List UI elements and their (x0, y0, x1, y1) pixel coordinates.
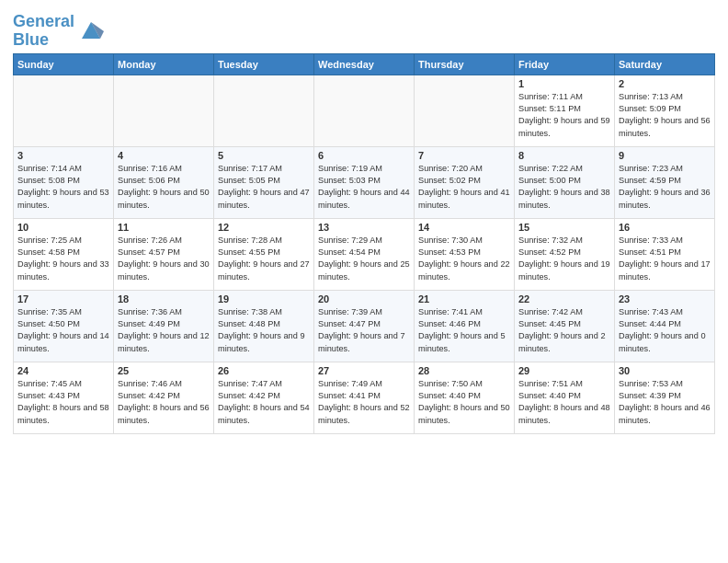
day-info: Sunrise: 7:47 AMSunset: 4:42 PMDaylight:… (218, 378, 310, 427)
day-info: Sunrise: 7:43 AMSunset: 4:44 PMDaylight:… (619, 306, 711, 355)
day-cell: 21Sunrise: 7:41 AMSunset: 4:46 PMDayligh… (415, 290, 515, 362)
day-cell: 9Sunrise: 7:23 AMSunset: 4:59 PMDaylight… (615, 146, 715, 218)
day-cell: 20Sunrise: 7:39 AMSunset: 4:47 PMDayligh… (314, 290, 415, 362)
day-cell: 4Sunrise: 7:16 AMSunset: 5:06 PMDaylight… (114, 146, 214, 218)
day-cell: 23Sunrise: 7:43 AMSunset: 4:44 PMDayligh… (615, 290, 715, 362)
day-cell: 10Sunrise: 7:25 AMSunset: 4:58 PMDayligh… (14, 218, 114, 290)
day-cell: 16Sunrise: 7:33 AMSunset: 4:51 PMDayligh… (615, 218, 715, 290)
day-number: 25 (118, 365, 210, 376)
logo-blue: Blue (13, 31, 74, 50)
day-info: Sunrise: 7:22 AMSunset: 5:00 PMDaylight:… (518, 163, 610, 212)
day-cell: 25Sunrise: 7:46 AMSunset: 4:42 PMDayligh… (114, 362, 214, 433)
header-tuesday: Tuesday (214, 53, 314, 75)
day-info: Sunrise: 7:14 AMSunset: 5:08 PMDaylight:… (17, 163, 109, 212)
day-number: 16 (619, 222, 711, 233)
day-number: 13 (318, 222, 410, 233)
day-info: Sunrise: 7:46 AMSunset: 4:42 PMDaylight:… (118, 378, 210, 427)
day-info: Sunrise: 7:29 AMSunset: 4:54 PMDaylight:… (318, 235, 410, 283)
logo-general: General (13, 12, 74, 30)
header-wednesday: Wednesday (314, 53, 415, 75)
day-cell (415, 75, 515, 146)
day-cell: 24Sunrise: 7:45 AMSunset: 4:43 PMDayligh… (14, 362, 114, 433)
day-cell: 3Sunrise: 7:14 AMSunset: 5:08 PMDaylight… (14, 146, 114, 218)
day-info: Sunrise: 7:26 AMSunset: 4:57 PMDaylight:… (118, 235, 210, 283)
logo-icon (78, 18, 104, 44)
day-info: Sunrise: 7:35 AMSunset: 4:50 PMDaylight:… (17, 306, 109, 355)
day-cell: 14Sunrise: 7:30 AMSunset: 4:53 PMDayligh… (415, 218, 515, 290)
day-cell: 28Sunrise: 7:50 AMSunset: 4:40 PMDayligh… (415, 362, 515, 433)
day-cell: 6Sunrise: 7:19 AMSunset: 5:03 PMDaylight… (314, 146, 415, 218)
week-row-3: 10Sunrise: 7:25 AMSunset: 4:58 PMDayligh… (14, 218, 715, 290)
week-row-4: 17Sunrise: 7:35 AMSunset: 4:50 PMDayligh… (14, 290, 715, 362)
day-info: Sunrise: 7:28 AMSunset: 4:55 PMDaylight:… (218, 235, 310, 283)
day-info: Sunrise: 7:50 AMSunset: 4:40 PMDaylight:… (418, 378, 510, 427)
day-number: 28 (418, 365, 510, 376)
day-info: Sunrise: 7:11 AMSunset: 5:11 PMDaylight:… (518, 91, 610, 140)
day-cell: 5Sunrise: 7:17 AMSunset: 5:05 PMDaylight… (214, 146, 314, 218)
day-info: Sunrise: 7:36 AMSunset: 4:49 PMDaylight:… (118, 306, 210, 355)
day-number: 20 (318, 293, 410, 304)
day-cell: 12Sunrise: 7:28 AMSunset: 4:55 PMDayligh… (214, 218, 314, 290)
day-info: Sunrise: 7:39 AMSunset: 4:47 PMDaylight:… (318, 306, 410, 355)
day-info: Sunrise: 7:38 AMSunset: 4:48 PMDaylight:… (218, 306, 310, 355)
day-cell: 7Sunrise: 7:20 AMSunset: 5:02 PMDaylight… (415, 146, 515, 218)
day-info: Sunrise: 7:33 AMSunset: 4:51 PMDaylight:… (619, 235, 711, 283)
header-friday: Friday (515, 53, 615, 75)
page-container: General Blue SundayMondayTuesdayWednesda… (0, 0, 728, 440)
header-thursday: Thursday (415, 53, 515, 75)
day-cell: 11Sunrise: 7:26 AMSunset: 4:57 PMDayligh… (114, 218, 214, 290)
day-number: 18 (118, 293, 210, 304)
day-number: 30 (619, 365, 711, 376)
day-number: 7 (418, 150, 510, 161)
day-cell (114, 75, 214, 146)
day-number: 29 (518, 365, 610, 376)
day-number: 27 (318, 365, 410, 376)
day-cell: 1Sunrise: 7:11 AMSunset: 5:11 PMDaylight… (515, 75, 615, 146)
day-info: Sunrise: 7:16 AMSunset: 5:06 PMDaylight:… (118, 163, 210, 212)
day-cell: 30Sunrise: 7:53 AMSunset: 4:39 PMDayligh… (615, 362, 715, 433)
day-cell: 18Sunrise: 7:36 AMSunset: 4:49 PMDayligh… (114, 290, 214, 362)
day-info: Sunrise: 7:51 AMSunset: 4:40 PMDaylight:… (518, 378, 610, 427)
day-info: Sunrise: 7:32 AMSunset: 4:52 PMDaylight:… (518, 235, 610, 283)
day-info: Sunrise: 7:49 AMSunset: 4:41 PMDaylight:… (318, 378, 410, 427)
week-row-2: 3Sunrise: 7:14 AMSunset: 5:08 PMDaylight… (14, 146, 715, 218)
header-saturday: Saturday (615, 53, 715, 75)
day-number: 12 (218, 222, 310, 233)
day-number: 15 (518, 222, 610, 233)
day-cell: 13Sunrise: 7:29 AMSunset: 4:54 PMDayligh… (314, 218, 415, 290)
day-info: Sunrise: 7:20 AMSunset: 5:02 PMDaylight:… (418, 163, 510, 212)
day-number: 14 (418, 222, 510, 233)
logo-text: General (13, 13, 74, 31)
day-cell: 19Sunrise: 7:38 AMSunset: 4:48 PMDayligh… (214, 290, 314, 362)
day-number: 10 (17, 222, 109, 233)
day-cell: 26Sunrise: 7:47 AMSunset: 4:42 PMDayligh… (214, 362, 314, 433)
day-info: Sunrise: 7:25 AMSunset: 4:58 PMDaylight:… (17, 235, 109, 283)
header: General Blue (13, 9, 715, 50)
day-info: Sunrise: 7:30 AMSunset: 4:53 PMDaylight:… (418, 235, 510, 283)
day-number: 23 (619, 293, 711, 304)
day-cell: 15Sunrise: 7:32 AMSunset: 4:52 PMDayligh… (515, 218, 615, 290)
logo-blue-text: Blue (13, 30, 49, 49)
day-cell: 22Sunrise: 7:42 AMSunset: 4:45 PMDayligh… (515, 290, 615, 362)
day-number: 17 (17, 293, 109, 304)
header-monday: Monday (114, 53, 214, 75)
day-number: 19 (218, 293, 310, 304)
day-cell: 29Sunrise: 7:51 AMSunset: 4:40 PMDayligh… (515, 362, 615, 433)
day-info: Sunrise: 7:17 AMSunset: 5:05 PMDaylight:… (218, 163, 310, 212)
day-number: 8 (518, 150, 610, 161)
day-cell: 27Sunrise: 7:49 AMSunset: 4:41 PMDayligh… (314, 362, 415, 433)
day-number: 5 (218, 150, 310, 161)
day-info: Sunrise: 7:41 AMSunset: 4:46 PMDaylight:… (418, 306, 510, 355)
day-cell: 8Sunrise: 7:22 AMSunset: 5:00 PMDaylight… (515, 146, 615, 218)
week-row-5: 24Sunrise: 7:45 AMSunset: 4:43 PMDayligh… (14, 362, 715, 433)
day-cell: 2Sunrise: 7:13 AMSunset: 5:09 PMDaylight… (615, 75, 715, 146)
calendar-header-row: SundayMondayTuesdayWednesdayThursdayFrid… (14, 53, 715, 75)
header-sunday: Sunday (14, 53, 114, 75)
calendar-table: SundayMondayTuesdayWednesdayThursdayFrid… (13, 53, 715, 434)
day-number: 1 (518, 78, 610, 89)
day-number: 9 (619, 150, 711, 161)
day-cell: 17Sunrise: 7:35 AMSunset: 4:50 PMDayligh… (14, 290, 114, 362)
day-info: Sunrise: 7:42 AMSunset: 4:45 PMDaylight:… (518, 306, 610, 355)
day-number: 4 (118, 150, 210, 161)
day-number: 26 (218, 365, 310, 376)
